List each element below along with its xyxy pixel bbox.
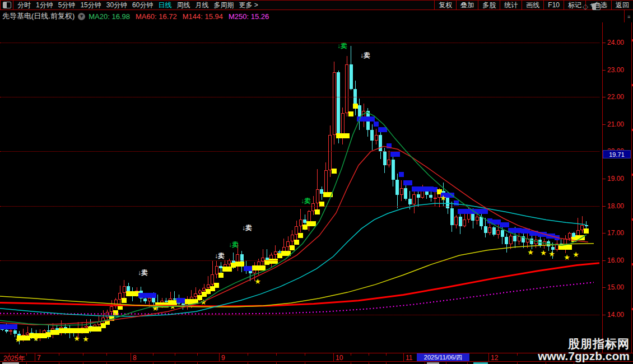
- buy-star-marker: ★: [32, 334, 39, 343]
- watermark-url: www.7gpzb.com: [538, 350, 630, 362]
- candle-body: [387, 160, 390, 165]
- app-panel-button[interactable]: [0, 1, 13, 10]
- period-item-2[interactable]: 1分钟: [36, 1, 53, 10]
- tool-item-3[interactable]: 多股: [478, 1, 500, 10]
- watermark: 股朋指标网 www.7gpzb.com: [538, 338, 630, 362]
- period-item-11[interactable]: 更多 >: [239, 1, 258, 10]
- tool-item-6[interactable]: F10: [543, 1, 564, 10]
- candle-body: [249, 271, 252, 273]
- month-gridline: [219, 353, 220, 362]
- buy-star-marker: ★: [254, 277, 261, 286]
- trend-block-down: [151, 293, 156, 298]
- tool-item-4[interactable]: 统计: [500, 1, 522, 10]
- candle-body: [526, 239, 529, 242]
- period-item-10[interactable]: 多周期: [213, 1, 234, 10]
- candle-body: [467, 213, 471, 220]
- date-minor-tick: [369, 353, 369, 356]
- candle-body: [496, 230, 500, 234]
- month-label: 8: [133, 354, 137, 362]
- candle-body: [395, 180, 399, 195]
- period-item-3[interactable]: 5分钟: [58, 1, 76, 10]
- tool-item-2[interactable]: 叠加: [456, 1, 478, 10]
- candle-body: [505, 237, 508, 244]
- buy-star-marker: ★: [440, 194, 446, 202]
- candle-body: [446, 198, 449, 208]
- month-label: 12: [491, 354, 498, 362]
- panel-layout-icon[interactable]: [592, 3, 601, 10]
- candle-body: [480, 217, 483, 226]
- candle-body: [370, 130, 374, 141]
- date-minor-tick: [305, 353, 305, 356]
- trend-block-down: [370, 116, 375, 122]
- candle-body: [350, 64, 353, 89]
- indicator-line-MA20: [0, 112, 587, 325]
- month-gridline: [488, 353, 489, 362]
- tool-item-1[interactable]: 复权: [434, 1, 456, 10]
- tool-item-9[interactable]: 返回: [611, 1, 633, 10]
- trend-block-down: [374, 122, 379, 127]
- candle-body: [421, 191, 424, 198]
- candle-body: [337, 72, 340, 135]
- candle-body: [324, 170, 328, 193]
- candle-body: [333, 72, 336, 135]
- trend-block-down: [504, 222, 509, 227]
- trend-block-up: [328, 192, 333, 197]
- price-label: 14.00: [607, 311, 630, 319]
- candle-body: [429, 195, 432, 198]
- price-tick: [602, 70, 606, 71]
- price-label: 15.00: [607, 283, 630, 291]
- month-gridline: [35, 353, 35, 362]
- date-minor-tick: [351, 353, 351, 356]
- period-item-9[interactable]: 月线: [195, 1, 208, 10]
- period-item-1[interactable]: 分时: [17, 1, 31, 10]
- trend-block-up: [332, 169, 337, 174]
- trend-block-up: [273, 259, 278, 264]
- chevron-down-icon[interactable]: ▼: [78, 13, 85, 20]
- candle-body: [484, 226, 487, 233]
- candle-body: [454, 217, 458, 225]
- candle-body: [341, 113, 345, 135]
- month-label: 11: [406, 354, 412, 362]
- date-minor-tick: [175, 353, 175, 356]
- right-edge-strip[interactable]: [631, 22, 632, 353]
- trend-block-down: [387, 143, 392, 148]
- trend-block-up: [567, 245, 572, 250]
- date-minor-tick: [59, 353, 59, 356]
- diamond-icon[interactable]: ◇: [583, 2, 588, 11]
- trend-block-down: [395, 152, 400, 157]
- sell-signal-label: ↓卖: [360, 51, 370, 60]
- trend-block-up: [348, 111, 353, 116]
- price-gridline: [0, 97, 599, 97]
- candle-body: [450, 208, 454, 225]
- month-gridline: [333, 353, 334, 362]
- ma-readout: M144: 15.94: [183, 12, 223, 21]
- candle-body: [379, 135, 382, 151]
- ma-readouts: MA20: 16.98MA60: 16.72M144: 15.94M250: 1…: [89, 12, 274, 21]
- price-tick: [602, 315, 606, 315]
- trend-block-up: [290, 245, 295, 250]
- price-label: 17.00: [607, 229, 630, 237]
- period-menubar: 分时1分钟5分钟15分钟30分钟60分钟日线周线月线多周期更多 > 复权叠加多股…: [0, 0, 633, 10]
- sell-signal-label: ↓卖: [215, 251, 225, 261]
- candle-body: [404, 188, 407, 199]
- sell-signal-label: ↓卖: [229, 240, 239, 250]
- trend-block-up: [353, 104, 358, 109]
- candle-body: [509, 236, 513, 244]
- price-gridline: [0, 206, 599, 207]
- panel-layout-icon: [3, 2, 11, 8]
- period-item-4[interactable]: 15分钟: [80, 1, 101, 10]
- trend-block-up: [584, 228, 589, 234]
- period-item-6[interactable]: 60分钟: [132, 1, 153, 10]
- period-item-8[interactable]: 周线: [176, 1, 190, 10]
- period-item-7[interactable]: 日线: [158, 1, 171, 10]
- period-item-5[interactable]: 30分钟: [106, 1, 127, 10]
- menu-lines-icon[interactable]: ≡: [627, 14, 630, 20]
- candle-body: [392, 160, 395, 180]
- indicator-line-MA60: [0, 146, 588, 325]
- titlebar: 先导基电(日线.前复权) ▼ MA20: 16.98MA60: 16.72M14…: [0, 10, 633, 22]
- price-tick: [602, 179, 606, 179]
- candle-body: [488, 227, 491, 233]
- tool-item-5[interactable]: 画线: [522, 1, 543, 10]
- price-tick: [602, 206, 606, 207]
- candle-body: [513, 236, 516, 241]
